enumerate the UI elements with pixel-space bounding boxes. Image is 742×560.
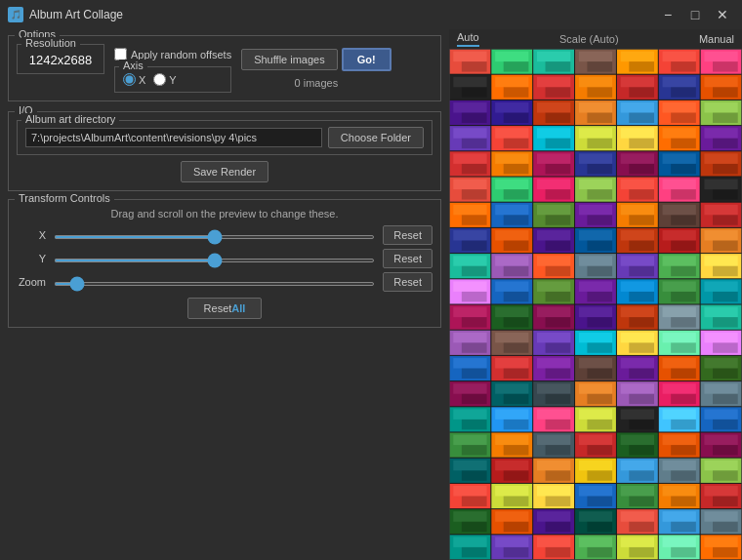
album-dir-group: Album art directory Choose Folder bbox=[17, 120, 433, 155]
zoom-slider[interactable] bbox=[54, 282, 375, 286]
zoom-slider-container bbox=[54, 275, 375, 289]
y-slider-row: Y Reset bbox=[17, 249, 433, 268]
shuffle-images-button[interactable]: Shuffle images bbox=[241, 49, 338, 70]
title-bar-controls: − □ ✕ bbox=[656, 5, 734, 24]
scale-label: Scale (Auto) bbox=[559, 33, 619, 45]
y-label: Y bbox=[17, 253, 46, 264]
dir-row: Choose Folder bbox=[25, 127, 424, 148]
left-panel: Options Resolution 1242x2688 Apply rando… bbox=[0, 29, 449, 560]
scale-header: Auto Scale (Auto) Manual bbox=[449, 29, 742, 49]
minimize-button[interactable]: − bbox=[656, 5, 680, 24]
x-slider-container bbox=[54, 228, 375, 242]
axis-legend: Axis bbox=[119, 60, 147, 71]
y-slider[interactable] bbox=[54, 259, 375, 262]
apply-random-offsets-text: Apply random offsets bbox=[131, 49, 231, 60]
zoom-reset-button[interactable]: Reset bbox=[383, 272, 433, 292]
zoom-label: Zoom bbox=[17, 276, 46, 288]
y-slider-container bbox=[54, 252, 375, 265]
x-reset-button[interactable]: Reset bbox=[383, 225, 433, 245]
axis-x-label[interactable]: X bbox=[123, 73, 145, 86]
album-dir-input[interactable] bbox=[25, 128, 322, 147]
reset-all-row: ResetAll bbox=[17, 298, 433, 319]
choose-folder-button[interactable]: Choose Folder bbox=[328, 127, 424, 148]
album-dir-legend: Album art directory bbox=[21, 113, 119, 125]
title-bar: 🎵 Album Art Collage − □ ✕ bbox=[0, 0, 742, 29]
options-section: Options Resolution 1242x2688 Apply rando… bbox=[8, 35, 441, 101]
transform-section: Transform Controls Drag and scroll on th… bbox=[8, 199, 441, 328]
go-button[interactable]: Go! bbox=[342, 48, 392, 71]
resolution-legend: Resolution bbox=[21, 37, 80, 49]
reset-all-button[interactable]: ResetAll bbox=[187, 298, 263, 319]
reset-all-text: Reset bbox=[204, 302, 232, 314]
auto-tab[interactable]: Auto bbox=[457, 31, 479, 47]
collage-preview[interactable] bbox=[449, 49, 742, 560]
app-icon: 🎵 bbox=[8, 7, 23, 22]
title-bar-title: Album Art Collage bbox=[29, 8, 656, 21]
transform-legend: Transform Controls bbox=[15, 192, 114, 204]
maximize-button[interactable]: □ bbox=[683, 5, 707, 24]
collage-canvas[interactable] bbox=[449, 49, 742, 560]
options-row: Resolution 1242x2688 Apply random offset… bbox=[17, 44, 433, 93]
io-section: I/O Album art directory Choose Folder Sa… bbox=[8, 111, 441, 191]
images-count: 0 images bbox=[295, 77, 339, 89]
x-label: X bbox=[17, 229, 46, 241]
reset-all-highlight: All bbox=[231, 302, 245, 314]
main-container: Options Resolution 1242x2688 Apply rando… bbox=[0, 29, 742, 560]
axis-y-radio[interactable] bbox=[153, 73, 166, 86]
x-slider[interactable] bbox=[54, 235, 375, 239]
close-button[interactable]: ✕ bbox=[711, 5, 734, 24]
y-reset-button[interactable]: Reset bbox=[383, 249, 433, 268]
resolution-value: 1242x2688 bbox=[25, 53, 96, 67]
resolution-group: Resolution 1242x2688 bbox=[17, 44, 104, 74]
right-panel: Auto Scale (Auto) Manual bbox=[449, 29, 742, 560]
drag-hint: Drag and scroll on the preview to change… bbox=[17, 208, 433, 220]
axis-y-label[interactable]: Y bbox=[153, 73, 176, 86]
save-render-button[interactable]: Save Render bbox=[181, 161, 268, 182]
x-slider-row: X Reset bbox=[17, 225, 433, 245]
save-render-row: Save Render bbox=[17, 161, 433, 182]
zoom-slider-row: Zoom Reset bbox=[17, 272, 433, 292]
manual-tab[interactable]: Manual bbox=[699, 33, 734, 45]
axis-x-radio[interactable] bbox=[123, 73, 136, 86]
axis-group: Axis X Y bbox=[114, 66, 231, 93]
